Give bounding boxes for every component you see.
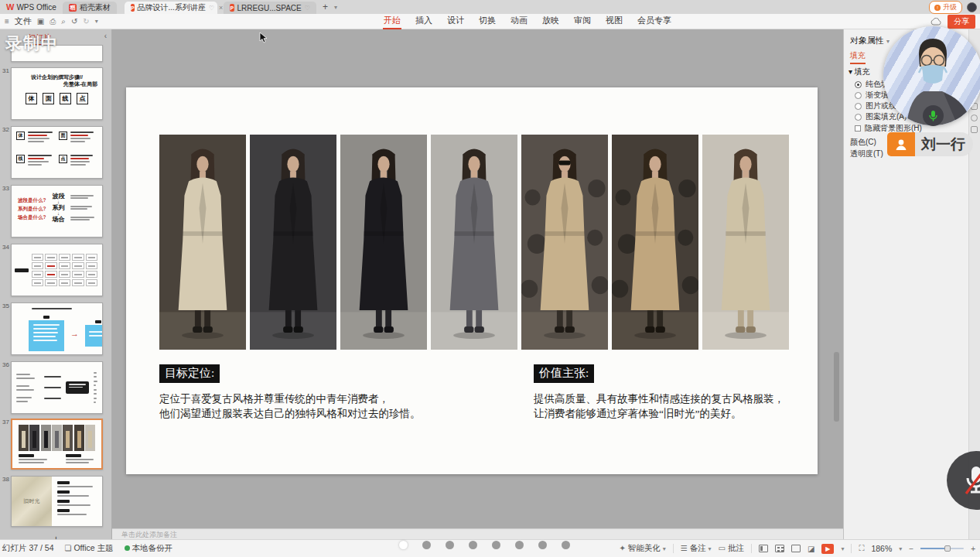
- theme-button[interactable]: ❏ Office 主题: [65, 543, 114, 554]
- app-label: WPS Office: [16, 3, 56, 12]
- radio-icon[interactable]: [855, 92, 862, 99]
- reading-view-icon[interactable]: [791, 545, 801, 552]
- smart-beautify-button[interactable]: ✦ 智能美化 ▾: [620, 543, 666, 554]
- pin-icon[interactable]: ♡: [209, 5, 214, 12]
- collapse-panel-icon[interactable]: ‹: [104, 32, 107, 40]
- save-icon[interactable]: ▣: [37, 17, 44, 26]
- pin-icon[interactable]: ♡: [305, 5, 310, 12]
- tab-view[interactable]: 视图: [605, 13, 623, 29]
- clock-icon[interactable]: [971, 114, 978, 121]
- undo-icon[interactable]: ↺: [71, 17, 77, 26]
- hamburger-icon[interactable]: ≡: [5, 17, 9, 26]
- app-logo-tab[interactable]: W WPS Office: [0, 0, 63, 14]
- tab-design[interactable]: 设计: [446, 13, 465, 29]
- tab-home[interactable]: 开始: [383, 13, 401, 29]
- zoom-slider[interactable]: [920, 548, 964, 549]
- recording-indicator: 录制中: [5, 32, 59, 54]
- page-dot[interactable]: [562, 541, 570, 549]
- zoom-in-button[interactable]: +: [971, 545, 975, 553]
- radio-icon[interactable]: [855, 114, 862, 121]
- quickbar-chevron-icon[interactable]: ▾: [95, 18, 98, 25]
- color-setting[interactable]: 颜色(C): [850, 137, 876, 148]
- slideshow-play-button[interactable]: ▶: [821, 544, 834, 554]
- tab-current-doc[interactable]: P 品牌设计...系列讲座 ♡ ×: [125, 2, 217, 14]
- docer-icon: 稻: [69, 4, 77, 12]
- beautify-icon: ✦: [620, 544, 626, 552]
- tab-review[interactable]: 审阅: [573, 13, 592, 29]
- page-dot[interactable]: [399, 541, 408, 549]
- panel-title[interactable]: 对象属性 ▾: [850, 35, 890, 46]
- value-proposition-text[interactable]: 提供高质量、具有故事性和情感连接的复古风格服装， 让消费者能够通过穿著体验“旧时…: [534, 391, 784, 421]
- notes-button[interactable]: ☰ 备注 ▾: [681, 543, 712, 554]
- comments-button[interactable]: ▭ 批注: [719, 543, 744, 554]
- zoom-out-button[interactable]: −: [909, 545, 913, 553]
- photo-strip: [159, 135, 789, 350]
- radio-icon[interactable]: [855, 103, 862, 110]
- runway-photo-4[interactable]: [431, 135, 517, 350]
- tab-docer[interactable]: 稻 稻壳素材: [63, 2, 117, 14]
- fill-tab[interactable]: 填充: [850, 50, 866, 64]
- fill-section-header[interactable]: ▾ 填充: [849, 67, 870, 77]
- runway-photo-1[interactable]: [159, 135, 246, 350]
- page-dot[interactable]: [492, 541, 500, 549]
- wps-window: W WPS Office 稻 稻壳素材 P 品牌设计...系列讲座 ♡ × P …: [0, 0, 980, 557]
- runway-photo-3[interactable]: [340, 135, 427, 350]
- canvas-scrollbar[interactable]: [834, 352, 839, 422]
- pattern-fill-option[interactable]: 图案填充(A): [855, 111, 907, 122]
- theme-icon: ❏: [65, 544, 72, 552]
- cloud-upload-icon[interactable]: [930, 18, 941, 26]
- file-menu[interactable]: 文件: [15, 15, 32, 27]
- upgrade-button[interactable]: ! 升级: [929, 1, 962, 14]
- tab-transition[interactable]: 切换: [478, 13, 497, 29]
- tab-member[interactable]: 会员专享: [637, 13, 672, 29]
- presenter-nametag: 刘一行: [887, 132, 973, 156]
- local-backup-status[interactable]: 本地备份开: [125, 543, 173, 554]
- slide-counter: 幻灯片 37 / 54: [2, 543, 54, 554]
- menubar: ≡ 文件 ▣ ⎙ ⌕ ↺ ↻ ▾ 开始 插入 设计 切换 动画 放映 审阅 视图…: [0, 14, 980, 29]
- close-tab-icon[interactable]: ×: [219, 4, 223, 12]
- preview-icon[interactable]: ⌕: [61, 17, 66, 26]
- page-dot[interactable]: [469, 541, 477, 549]
- slide-sorter-view-icon[interactable]: [775, 545, 784, 552]
- notes-bar[interactable]: 单击此处添加备注: [112, 528, 843, 539]
- page-dot[interactable]: [515, 541, 524, 549]
- theme-palette-icon[interactable]: ◪: [808, 545, 814, 553]
- play-options-chevron-icon[interactable]: ▾: [841, 545, 844, 552]
- tab-animation[interactable]: 动画: [510, 13, 528, 29]
- runway-photo-2[interactable]: [250, 135, 336, 350]
- page-dot[interactable]: [446, 541, 454, 549]
- titlebar: W WPS Office 稻 稻壳素材 P 品牌设计...系列讲座 ♡ × P …: [0, 0, 980, 14]
- fit-slide-icon[interactable]: ⛶: [859, 544, 864, 553]
- account-avatar[interactable]: [967, 2, 977, 12]
- notes-icon: ☰: [681, 544, 688, 552]
- target-positioning-text[interactable]: 定位于喜爱复古风格并尊重传统的中青年消费者， 他们渴望通过服装表达自己的独特风格…: [159, 391, 421, 421]
- zoom-chevron-icon[interactable]: ▾: [899, 545, 902, 552]
- page-dot[interactable]: [422, 541, 431, 549]
- redo-icon[interactable]: ↻: [83, 17, 89, 26]
- page-dot[interactable]: [538, 541, 547, 549]
- mouse-cursor: [259, 32, 268, 43]
- runway-photo-7[interactable]: [702, 135, 789, 350]
- share-button[interactable]: 分享: [948, 15, 975, 29]
- target-positioning-label[interactable]: 目标定位:: [159, 364, 220, 383]
- new-tab-button[interactable]: +: [323, 2, 328, 12]
- editing-canvas[interactable]: 目标定位: 定位于喜爱复古风格并尊重传统的中青年消费者， 他们渴望通过服装表达自…: [112, 29, 843, 528]
- microphone-icon: [928, 110, 938, 122]
- runway-photo-5[interactable]: [521, 135, 608, 350]
- tab-slideshow[interactable]: 放映: [541, 13, 560, 29]
- radio-icon[interactable]: [855, 81, 862, 88]
- tab-insert[interactable]: 插入: [415, 13, 433, 29]
- mic-on-button[interactable]: [923, 105, 944, 126]
- runway-photo-6[interactable]: [612, 135, 698, 350]
- zoom-level[interactable]: 186%: [871, 544, 892, 553]
- print-icon[interactable]: ⎙: [50, 17, 56, 26]
- ppt-file-icon: P: [230, 4, 234, 12]
- checkbox-icon[interactable]: [855, 125, 861, 132]
- transparency-setting[interactable]: 透明度(T): [850, 149, 883, 159]
- tab-list-chevron-icon[interactable]: ▾: [334, 4, 337, 11]
- normal-view-icon[interactable]: [759, 545, 768, 552]
- ribbon-tabs: 开始 插入 设计 切换 动画 放映 审阅 视图 会员专享: [383, 13, 672, 29]
- slide-37[interactable]: 目标定位: 定位于喜爱复古风格并尊重传统的中青年消费者， 他们渴望通过服装表达自…: [126, 87, 818, 474]
- tab-other-doc[interactable]: P LRREGU...SPACE ♡: [224, 2, 316, 14]
- value-proposition-label[interactable]: 价值主张:: [534, 364, 594, 383]
